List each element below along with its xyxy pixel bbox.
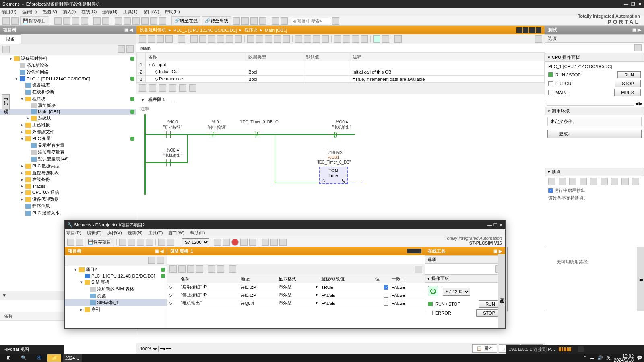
bp7-icon[interactable] xyxy=(611,178,618,185)
tree-item[interactable]: 添加新块 xyxy=(0,102,136,109)
breadcrumb-blocks[interactable]: 程序块 xyxy=(244,27,258,33)
et27-icon[interactable] xyxy=(394,35,402,43)
search-icon[interactable] xyxy=(332,17,339,25)
sim-l3-icon[interactable] xyxy=(279,239,287,246)
test-collapse-icon[interactable]: ▣ ▶ xyxy=(632,27,641,33)
stt1-icon[interactable] xyxy=(169,265,177,273)
et8-icon[interactable] xyxy=(208,35,215,43)
breadcrumb-project[interactable]: 设备延时停机 xyxy=(140,27,166,33)
sim-paste-icon[interactable] xyxy=(137,239,144,246)
et10-icon[interactable] xyxy=(226,35,233,43)
sim-open-icon[interactable] xyxy=(76,239,83,246)
tree-item[interactable]: 设备组态 xyxy=(0,82,136,88)
tree-item[interactable]: ▸在线备份 xyxy=(0,176,136,183)
sim-table-row[interactable]: ◇"停止按钮" :P%I0.1:P布尔型 ▾FALSEFALSE xyxy=(167,291,425,299)
sim-del-icon[interactable] xyxy=(146,239,153,246)
split2-icon[interactable] xyxy=(281,17,288,25)
opt-icon[interactable] xyxy=(634,44,642,51)
sim-menu-options[interactable]: 选项(N) xyxy=(128,230,142,236)
et26-icon[interactable] xyxy=(382,35,389,43)
sim-op-panel-header[interactable]: ▾操作面板 xyxy=(425,274,505,283)
ed-float-icon[interactable] xyxy=(529,27,535,33)
bp9-icon[interactable] xyxy=(632,178,639,185)
sim-save-button[interactable]: 💾 保存项目 xyxy=(85,238,114,246)
tree-item[interactable]: 浏览 xyxy=(65,292,167,299)
sim-menu-help[interactable]: 帮助(H) xyxy=(190,230,205,236)
plcsim-window[interactable]: 🔧 Siemens - E:\project\int\项目2\项目2 —❐✕ 项… xyxy=(64,220,506,329)
split-icon[interactable] xyxy=(272,17,279,25)
clock[interactable]: 19:022024/9/18 xyxy=(614,354,634,362)
tree-item[interactable]: ▸外部源文件 xyxy=(0,128,136,135)
et-expand-icon[interactable] xyxy=(535,35,542,43)
search-button[interactable]: 🔍 xyxy=(17,354,31,362)
st-min-icon[interactable] xyxy=(407,249,412,253)
no-contact-icon[interactable] xyxy=(139,84,146,92)
bp-enable-checkbox[interactable] xyxy=(548,188,553,193)
tree-item[interactable]: ▾PLC_1 [CPU 1214C DC/DC/DC] xyxy=(0,76,136,82)
et15-icon[interactable] xyxy=(274,35,281,43)
zoom-select[interactable]: 100% xyxy=(138,346,159,352)
tree-item[interactable]: 显示所有变量 xyxy=(0,142,136,149)
sim-copy-icon[interactable] xyxy=(128,239,135,246)
et14-icon[interactable] xyxy=(265,35,272,43)
et17-icon[interactable] xyxy=(295,35,302,43)
tree-item[interactable]: ▾PLC 变量 xyxy=(0,135,136,142)
tray-ime[interactable]: 英 xyxy=(606,355,611,361)
bp1-icon[interactable] xyxy=(548,178,555,185)
sim-tv2-icon[interactable] xyxy=(157,257,164,264)
run-button[interactable]: RUN xyxy=(617,71,641,78)
cpu-panel-header[interactable]: ▾CPU 操作面板 xyxy=(545,53,644,62)
menu-edit[interactable]: 编辑(E) xyxy=(22,9,37,15)
plc-programming-vtab[interactable]: PLC 编程 xyxy=(2,94,10,110)
minimize-icon[interactable]: — xyxy=(624,2,628,6)
bp3-icon[interactable] xyxy=(569,178,576,185)
et21-icon[interactable] xyxy=(334,35,341,43)
stt5-icon[interactable] xyxy=(208,265,215,273)
redo-icon[interactable] xyxy=(102,17,109,25)
bp5-icon[interactable] xyxy=(590,178,597,185)
et24-icon[interactable] xyxy=(361,35,368,43)
et20-icon[interactable] xyxy=(322,35,329,43)
bp8-icon[interactable] xyxy=(621,178,629,185)
tree-item[interactable]: 添加新变量表 xyxy=(0,149,136,156)
x-icon[interactable] xyxy=(259,17,266,25)
tree-item[interactable]: ▸工艺对象 xyxy=(0,121,136,128)
change-button[interactable]: 更改... xyxy=(547,130,642,138)
sim-menu-project[interactable]: 项目(P) xyxy=(66,230,81,236)
sim-max-icon[interactable]: ❐ xyxy=(493,222,497,227)
project-search-input[interactable] xyxy=(291,18,331,24)
delete-icon[interactable] xyxy=(81,17,88,25)
monitor-icon[interactable] xyxy=(373,35,380,43)
tree-item[interactable]: ▸OPC UA 通信 xyxy=(0,189,136,196)
sim-watch-table[interactable]: 名称地址显示格式监视/修改值位一致… ◇"启动按钮" :P%I0.0:P布尔型 … xyxy=(167,275,425,307)
st-close-icon[interactable] xyxy=(417,249,421,253)
sim-redo-icon[interactable] xyxy=(167,239,174,246)
et-icon[interactable] xyxy=(139,35,146,43)
tree-item[interactable]: ▸设备代理数据 xyxy=(0,196,136,203)
et18-icon[interactable] xyxy=(304,35,311,43)
sim-stop-icon[interactable] xyxy=(240,239,248,246)
stt4-icon[interactable] xyxy=(196,265,203,273)
box-icon[interactable] xyxy=(169,84,176,92)
edge-icon[interactable]: ⓔ xyxy=(32,354,46,362)
tree-item[interactable]: ▸Traces xyxy=(0,183,136,189)
tree-item[interactable]: ▸系统块 xyxy=(0,115,136,121)
tree-item[interactable]: 在线和诊断 xyxy=(0,88,136,95)
sim-options-header[interactable]: 选项 xyxy=(425,255,505,264)
tree-item[interactable]: PLC 报警文本 xyxy=(0,210,136,216)
tree-item[interactable]: ▾程序块 xyxy=(0,95,136,102)
tree-item[interactable]: 添加新设备 xyxy=(0,62,136,69)
sim-cpu-select2[interactable]: S7-1200 xyxy=(443,288,470,296)
start-button[interactable]: ⊞ xyxy=(2,354,15,362)
copy-icon[interactable] xyxy=(63,17,70,25)
notification-icon[interactable]: 💬 xyxy=(637,355,642,360)
save-project-button[interactable]: 💾 保存项目 xyxy=(20,16,49,25)
breadcrumb-main[interactable]: Main [OB1] xyxy=(265,28,287,33)
sim-close-icon[interactable]: ✕ xyxy=(499,222,503,227)
stop-icon[interactable] xyxy=(159,17,166,25)
sim-min-icon[interactable]: — xyxy=(487,222,492,227)
sim-cpu-select[interactable]: S7-1200 xyxy=(182,238,209,246)
tree-item[interactable]: Main [OB1] xyxy=(0,109,136,115)
new-project-icon[interactable] xyxy=(2,17,10,25)
tree-item[interactable]: 添加新的 SIM 表格 xyxy=(65,286,167,292)
